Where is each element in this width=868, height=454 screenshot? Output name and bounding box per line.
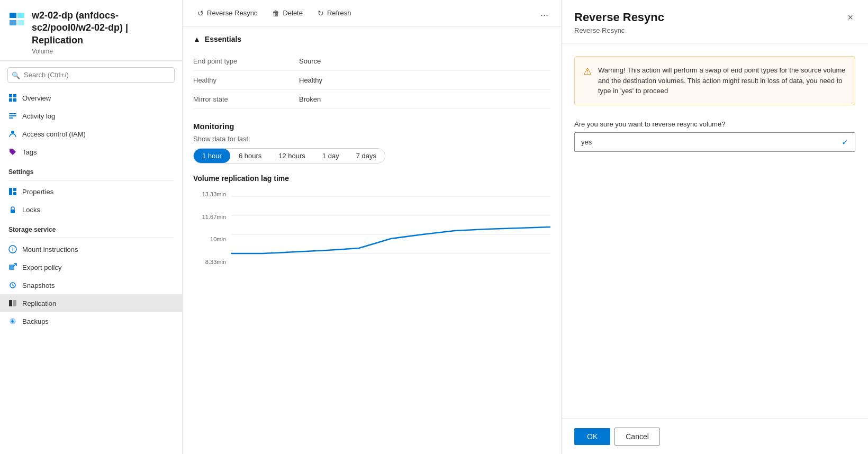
search-icon: 🔍 xyxy=(12,71,20,79)
mount-icon: i xyxy=(8,245,17,253)
essentials-row: End point type Source xyxy=(193,52,550,71)
refresh-button[interactable]: ↻ Refresh xyxy=(311,6,358,21)
sidebar-item-replication[interactable]: Replication xyxy=(0,294,182,312)
resource-title: w2-02-dp (anfdocs-sc2/pool0/w2-02-dp) | … xyxy=(32,10,174,47)
confirm-input-wrapper: ✓ xyxy=(574,132,855,152)
y-label-1: 13.33min xyxy=(193,191,230,197)
check-icon: ✓ xyxy=(835,133,855,151)
ok-button[interactable]: OK xyxy=(574,428,610,445)
sidebar-item-label: Overview xyxy=(22,94,51,102)
essentials-value: Broken xyxy=(299,95,321,103)
sidebar-item-overview[interactable]: Overview xyxy=(0,89,182,107)
svg-rect-9 xyxy=(9,115,16,116)
svg-rect-18 xyxy=(9,265,14,270)
dialog-title: Reverse Resync xyxy=(574,11,664,24)
sidebar-item-iam[interactable]: Access control (IAM) xyxy=(0,125,182,143)
sidebar-item-label: Replication xyxy=(22,299,56,307)
essentials-row: Mirror state Broken xyxy=(193,90,550,109)
svg-rect-6 xyxy=(9,98,12,102)
monitoring-title: Monitoring xyxy=(193,122,550,131)
more-button[interactable]: ... xyxy=(536,5,553,21)
close-button[interactable]: × xyxy=(845,11,855,24)
svg-rect-3 xyxy=(17,20,24,25)
sidebar-item-snapshots[interactable]: Snapshots xyxy=(0,276,182,294)
svg-rect-4 xyxy=(9,94,12,97)
svg-rect-12 xyxy=(9,188,12,195)
sidebar-item-label: Snapshots xyxy=(22,282,55,289)
warning-box: ⚠ Warning! This action will perform a sw… xyxy=(574,56,855,105)
svg-rect-10 xyxy=(9,117,13,119)
essentials-row: Healthy Healthy xyxy=(193,71,550,90)
essentials-label: End point type xyxy=(193,57,299,65)
reverse-resync-button[interactable]: ↺ Reverse Resync xyxy=(191,6,264,21)
search-input[interactable] xyxy=(7,67,175,83)
sidebar-item-backups[interactable]: Backups xyxy=(0,312,182,330)
time-option-12hours[interactable]: 12 hours xyxy=(270,149,314,163)
settings-divider xyxy=(8,180,174,180)
dialog-subtitle: Reverse Resync xyxy=(574,26,664,34)
y-label-3: 10min xyxy=(193,236,230,242)
sidebar-item-label: Access control (IAM) xyxy=(22,130,86,138)
sidebar-item-label: Export policy xyxy=(22,264,61,271)
storage-divider xyxy=(8,238,174,238)
chart-y-labels: 13.33min 11.67min 10min 8.33min xyxy=(193,191,230,265)
sidebar-item-label: Properties xyxy=(22,188,53,196)
export-icon xyxy=(8,263,17,271)
svg-rect-2 xyxy=(17,13,24,18)
svg-rect-21 xyxy=(13,300,16,306)
sidebar-item-label: Locks xyxy=(22,206,40,214)
locks-icon xyxy=(8,205,17,214)
sidebar-item-activity-log[interactable]: Activity log xyxy=(0,107,182,125)
storage-section-label: Storage service xyxy=(0,219,182,235)
y-label-2: 11.67min xyxy=(193,214,230,220)
toolbar: ↺ Reverse Resync 🗑 Delete ↻ Refresh ... xyxy=(183,0,561,26)
chart-section: Volume replication lag time 13.33min 11.… xyxy=(193,174,550,276)
svg-rect-7 xyxy=(13,98,16,102)
sidebar-item-label: Tags xyxy=(22,148,37,156)
iam-icon xyxy=(8,130,17,138)
confirm-input[interactable] xyxy=(575,134,835,150)
reverse-resync-panel: Reverse Resync Reverse Resync × ⚠ Warnin… xyxy=(561,0,868,454)
chart-plot xyxy=(231,191,550,265)
time-option-1hour[interactable]: 1 hour xyxy=(194,149,230,163)
essentials-grid: End point type Source Healthy Healthy Mi… xyxy=(193,52,550,109)
essentials-title: Essentials xyxy=(205,35,241,43)
sidebar-item-properties[interactable]: Properties xyxy=(0,183,182,201)
svg-rect-20 xyxy=(9,300,12,306)
svg-point-11 xyxy=(11,131,14,134)
svg-rect-1 xyxy=(10,20,16,25)
sidebar-item-tags[interactable]: Tags xyxy=(0,143,182,161)
essentials-header: ▲ Essentials xyxy=(193,35,550,43)
chart-title: Volume replication lag time xyxy=(193,174,550,183)
search-box: 🔍 xyxy=(7,67,175,83)
svg-rect-0 xyxy=(10,13,16,18)
sidebar-item-export-policy[interactable]: Export policy xyxy=(0,258,182,276)
nav-list: Overview Activity log Access control (IA… xyxy=(0,89,182,454)
svg-text:i: i xyxy=(12,247,13,252)
properties-icon xyxy=(8,187,17,196)
sidebar-item-mount-instructions[interactable]: i Mount instructions xyxy=(0,240,182,258)
essentials-value: Healthy xyxy=(299,76,322,84)
monitoring-subtitle: Show data for last: xyxy=(193,135,550,143)
refresh-icon: ↻ xyxy=(318,9,324,17)
time-option-6hours[interactable]: 6 hours xyxy=(230,149,270,163)
essentials-value: Source xyxy=(299,57,321,65)
time-option-7days[interactable]: 7 days xyxy=(348,149,385,163)
time-option-1day[interactable]: 1 day xyxy=(314,149,348,163)
cancel-button[interactable]: Cancel xyxy=(614,428,660,446)
replication-icon xyxy=(8,299,17,307)
warning-icon: ⚠ xyxy=(583,66,592,96)
confirm-section: Are you sure you want to reverse resync … xyxy=(574,120,855,152)
tags-icon xyxy=(8,148,17,156)
reverse-resync-icon: ↺ xyxy=(197,9,204,17)
essentials-toggle-icon[interactable]: ▲ xyxy=(193,35,201,43)
sidebar-item-label: Backups xyxy=(22,317,49,325)
essentials-label: Healthy xyxy=(193,76,299,84)
delete-icon: 🗑 xyxy=(272,9,279,17)
sidebar-item-label: Activity log xyxy=(22,112,55,120)
y-label-4: 8.33min xyxy=(193,259,230,265)
svg-rect-8 xyxy=(9,113,16,114)
sidebar-item-locks[interactable]: Locks xyxy=(0,201,182,219)
delete-button[interactable]: 🗑 Delete xyxy=(266,6,309,21)
svg-rect-14 xyxy=(13,192,16,195)
